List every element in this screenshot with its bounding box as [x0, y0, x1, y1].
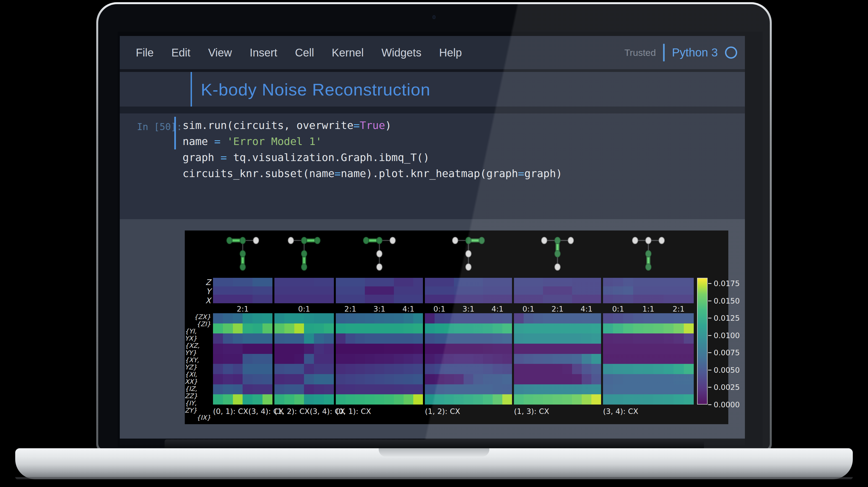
heatmap-cell [213, 394, 223, 404]
graph-node-3 [646, 250, 651, 257]
gate-label-label: (1, 2): CX [274, 407, 310, 416]
heatmap-cell [435, 344, 444, 354]
code-token: 'Error Model 1' [227, 135, 322, 148]
heatmap-cell [394, 333, 404, 344]
trusted-badge[interactable]: Trusted [624, 47, 656, 58]
heatmap-cell [336, 278, 345, 286]
heatmap-cell [464, 384, 473, 395]
heatmap-cell [454, 333, 464, 344]
heatmap-cell [274, 384, 284, 395]
menu-item-file[interactable]: File [136, 47, 154, 59]
heatmap-cell [365, 384, 375, 395]
heatmap-cell [413, 286, 423, 295]
heatmap-cell [454, 394, 464, 404]
menu-item-kernel[interactable]: Kernel [332, 47, 364, 59]
heatmap-cell [562, 295, 572, 303]
heatmap-cell [502, 354, 512, 364]
kernel-status-icon [725, 47, 737, 59]
heatmap-cell [613, 313, 623, 324]
heatmap-cell [435, 295, 444, 303]
heatmap-cell [572, 374, 582, 384]
heatmap-cell [233, 278, 253, 286]
code-cell[interactable]: In [50]: sim.run(circuits, overwrite=Tru… [120, 114, 745, 219]
heatmap-cell [413, 295, 423, 303]
heatmap-cell [502, 394, 512, 404]
heatmap-cell [623, 354, 633, 364]
heatmap-cell [252, 295, 273, 303]
heatmap-cell [213, 324, 223, 334]
heatmap-cell [294, 374, 304, 384]
heatmap-cell [243, 384, 252, 395]
heatmap-cell [454, 313, 464, 324]
upper-tick-label: 0:1 [274, 305, 334, 314]
menu-item-edit[interactable]: Edit [171, 47, 190, 59]
heatmap-cell [493, 286, 502, 295]
heatmap-cell [524, 313, 533, 324]
heatmap-cell [684, 354, 694, 364]
heatmap-cell [413, 344, 423, 354]
qubit-graph-(1, 2): CX [425, 231, 512, 272]
graph-node-0 [227, 237, 232, 244]
heatmap-cell [603, 364, 613, 374]
heatmap-cell [514, 344, 524, 354]
menu-item-insert[interactable]: Insert [249, 47, 277, 59]
heatmap-cell [572, 394, 582, 404]
code-token: name).plot.knr_heatmap(graph [341, 168, 518, 180]
graph-node-4 [240, 264, 246, 270]
menu-item-widgets[interactable]: Widgets [381, 47, 422, 59]
heatmap-cell [384, 384, 394, 395]
heatmap-cell [473, 295, 483, 303]
heatmap-cell [223, 374, 233, 384]
heatmap-cell [314, 333, 324, 344]
colorbar-tick-label: 0.0150 [714, 296, 740, 305]
heatmap-cell [533, 384, 543, 395]
heatmap-cell [262, 384, 273, 395]
heatmap-cell [274, 344, 284, 354]
heatmap-cell [562, 286, 572, 295]
heatmap-cell [274, 278, 294, 286]
heatmap-cell [294, 286, 314, 295]
heatmap-cell [444, 394, 454, 404]
heatmap-cell [274, 286, 294, 295]
heatmap-cell [454, 374, 464, 384]
heatmap-cell [653, 384, 663, 395]
heatmap-cell [365, 278, 375, 286]
menu-item-cell[interactable]: Cell [295, 47, 314, 59]
heatmap-cell [653, 344, 663, 354]
heatmap-cell [653, 324, 663, 334]
heatmap-cell [444, 384, 454, 395]
menu-item-help[interactable]: Help [439, 47, 462, 59]
heatmap-cell [243, 313, 252, 324]
heatmap-cell [591, 394, 601, 404]
menu-bar-right: Trusted Python 3 [624, 36, 737, 69]
heatmap-cell [572, 324, 582, 334]
markdown-cell[interactable]: K-body Noise Reconstruction [120, 72, 745, 106]
menu-item-view[interactable]: View [208, 47, 232, 59]
heatmap-cell [464, 286, 473, 295]
heatmap-cell [365, 333, 375, 344]
heatmap-cell [274, 295, 294, 303]
heatmap-cell [473, 354, 483, 364]
heatmap-cell [533, 374, 543, 384]
heatmap-cell [233, 354, 243, 364]
heatmap-cell [425, 333, 435, 344]
code-line: circuits_knr.subset(name=name).plot.knr_… [183, 165, 562, 182]
heatmap-cell [684, 344, 694, 354]
code-lines[interactable]: sim.run(circuits, overwrite=True)name = … [183, 117, 562, 182]
heatmap-cell [674, 384, 683, 395]
heatmap-cell [294, 278, 314, 286]
heatmap-cell [324, 344, 334, 354]
heatmap-cell [314, 384, 324, 395]
page-title: K-body Noise Reconstruction [201, 80, 430, 99]
upper-tick-labels: 2:10:12:13:14:10:13:14:10:12:14:10:11:12… [213, 305, 694, 314]
heatmap-cell [562, 278, 572, 286]
laptop-base-edge [15, 477, 853, 479]
heatmap-cell [454, 384, 464, 395]
heatmap-cell [425, 278, 435, 286]
heatmap-cell [473, 313, 483, 324]
heatmap-cell [314, 354, 324, 364]
colorbar-tick-label: 0.0100 [714, 331, 740, 339]
heatmap-cell [444, 344, 454, 354]
heatmap-cell [483, 354, 493, 364]
heatmap-cell [483, 324, 493, 334]
